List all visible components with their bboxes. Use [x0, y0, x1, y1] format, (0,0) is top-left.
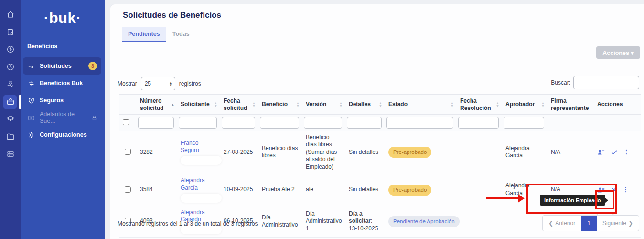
approve-icon[interactable] — [611, 149, 618, 156]
records-summary: Mostrando registros del 1 al 3 de un tot… — [118, 220, 258, 227]
sidebar-nav: Solicitudes 3 Beneficios Buk Seguros Ade… — [21, 57, 105, 143]
sidebar-item-seguros[interactable]: Seguros — [23, 92, 101, 109]
col-fecha-solicitud[interactable]: Fecha solicitud▲▼ — [220, 95, 258, 115]
page-size-select[interactable]: 25 ▴▾ — [141, 77, 175, 90]
sidebar-section-title: Beneficios — [27, 43, 105, 50]
tab-todas[interactable]: Todas — [166, 27, 196, 42]
status-badge: Pendiente de Aprobación — [388, 216, 460, 227]
cell-detalles: Día a solicitar: 13-10-2025 — [345, 206, 385, 237]
more-options-icon[interactable] — [623, 186, 629, 194]
pagination: ❮ Anterior 1 Siguiente ❯ — [542, 215, 639, 231]
sort-icon[interactable]: ▲ — [171, 103, 174, 106]
money-icon[interactable] — [0, 41, 21, 58]
cell-detalles: Sin detalles — [345, 174, 385, 206]
status-badge: Pre-aprobado — [388, 147, 431, 158]
search-control: Buscar: — [551, 76, 639, 89]
filter-numero-input[interactable] — [138, 117, 174, 129]
cell-beneficio: Día Administrativo — [258, 206, 302, 237]
chevron-left-icon: ❮ — [548, 220, 553, 227]
cell-fecha-resolucion — [456, 131, 502, 174]
sort-icon[interactable]: ▲▼ — [379, 102, 382, 108]
sort-icon[interactable]: ▲▼ — [214, 102, 217, 108]
select-all-checkbox[interactable] — [123, 119, 129, 125]
sort-icon[interactable]: ▲▼ — [541, 102, 545, 108]
app-window: ·buk· Beneficios Solicitudes 3 Beneficio… — [0, 0, 644, 239]
sidebar-item-beneficios-buk[interactable]: Beneficios Buk — [23, 75, 101, 92]
status-badge: Pre-aprobado — [388, 185, 431, 196]
col-solicitante[interactable]: Solicitante▲▼ — [177, 95, 220, 115]
lock-icon — [92, 115, 97, 120]
sort-icon[interactable]: ▲▼ — [339, 102, 343, 108]
page-size-control: Mostrar 25 ▴▾ registros — [118, 77, 201, 90]
col-estado[interactable]: Estado▲▼ — [385, 95, 456, 115]
col-detalles[interactable]: Detalles▲▼ — [345, 95, 385, 115]
sidebar-item-solicitudes[interactable]: Solicitudes 3 — [23, 57, 101, 75]
filter-beneficio-input[interactable] — [260, 117, 299, 129]
table-row: 3282 Franco Seguro 27-08-2025 Beneficio … — [119, 131, 641, 174]
filter-estado-input[interactable] — [386, 117, 453, 129]
filter-solicitante-input[interactable] — [179, 117, 217, 129]
col-beneficio[interactable]: Beneficio▲▼ — [258, 95, 302, 115]
gear-icon — [27, 131, 35, 139]
col-aprobador[interactable]: Aprobador▲▼ — [502, 95, 547, 115]
solicitante-link[interactable]: Franco Seguro — [181, 140, 199, 154]
show-label: Mostrar — [118, 80, 137, 87]
annotation-arrow-head — [518, 194, 525, 203]
records-label: registros — [179, 80, 201, 87]
row-checkbox[interactable] — [125, 149, 131, 155]
folder-icon[interactable] — [0, 128, 21, 146]
page-size-value: 25 — [145, 80, 151, 87]
annotation-arrow — [486, 197, 519, 199]
filter-row — [119, 115, 641, 131]
select-caret-icon: ▴▾ — [170, 81, 172, 86]
layers-icon[interactable] — [0, 110, 21, 128]
sidebar-item-label: Configuraciones — [40, 131, 87, 138]
solicitante-link[interactable]: Alejandra García — [181, 177, 205, 191]
briefcase-icon[interactable] — [0, 93, 21, 111]
sort-icon[interactable]: ▲▼ — [496, 102, 499, 108]
cell-fecha-resolucion — [456, 174, 502, 206]
sort-icon[interactable]: ▲▼ — [296, 102, 300, 108]
previous-page-button[interactable]: ❮ Anterior — [543, 216, 581, 231]
sort-icon[interactable]: ▲▼ — [252, 102, 256, 108]
cell-fecha: 10-09-2025 — [220, 174, 258, 206]
sidebar-item-label: Adelantos de Sue... — [40, 111, 86, 124]
col-firma-representante: Firma representante — [547, 95, 593, 115]
sidebar-item-adelantos[interactable]: Adelantos de Sue... — [23, 109, 101, 126]
employee-info-icon[interactable] — [597, 148, 605, 156]
sidebar-item-label: Solicitudes — [40, 63, 72, 69]
requests-icon — [27, 63, 35, 70]
sidebar-item-configuraciones[interactable]: Configuraciones — [23, 126, 101, 143]
search-label: Buscar: — [551, 79, 570, 86]
filter-fecha-input[interactable] — [222, 117, 255, 129]
next-page-button[interactable]: Siguiente ❯ — [597, 216, 639, 231]
col-version[interactable]: Versión▲▼ — [302, 95, 345, 115]
sort-icon[interactable]: ▲▼ — [451, 102, 454, 108]
cell-aprobador: Alejandra García — [502, 131, 547, 174]
col-numero-solicitud[interactable]: Número solicitud▲ — [136, 95, 177, 115]
filter-detalles-input[interactable] — [347, 117, 382, 129]
cell-fecha-resolucion — [456, 206, 502, 237]
hand-heart-icon[interactable] — [0, 76, 21, 93]
sidebar: ·buk· Beneficios Solicitudes 3 Beneficio… — [21, 0, 105, 239]
tabs: Pendientes Todas — [122, 27, 196, 42]
acciones-button[interactable]: Acciones ▾ — [596, 46, 640, 59]
filter-aprobador-input[interactable] — [504, 117, 544, 129]
search-input[interactable] — [573, 76, 639, 89]
drawer-icon[interactable] — [0, 145, 21, 163]
home-icon[interactable] — [0, 6, 21, 23]
tab-pendientes[interactable]: Pendientes — [122, 27, 166, 42]
chevron-right-icon: ❯ — [628, 220, 633, 227]
clock-icon[interactable] — [0, 58, 21, 76]
annotation-inner-box — [595, 190, 614, 209]
select-all-header — [119, 95, 136, 115]
clipboard-icon[interactable] — [0, 23, 21, 41]
filter-version-input[interactable] — [304, 117, 342, 129]
current-page-button[interactable]: 1 — [581, 216, 597, 231]
filter-fecha-resolucion-input[interactable] — [458, 117, 499, 129]
more-options-icon[interactable] — [623, 148, 630, 156]
row-checkbox[interactable] — [125, 186, 131, 193]
col-fecha-resolucion[interactable]: Fecha Resolución▲▼ — [456, 95, 502, 115]
cell-fecha: 27-08-2025 — [220, 131, 258, 174]
cell-numero: 3282 — [136, 131, 177, 174]
